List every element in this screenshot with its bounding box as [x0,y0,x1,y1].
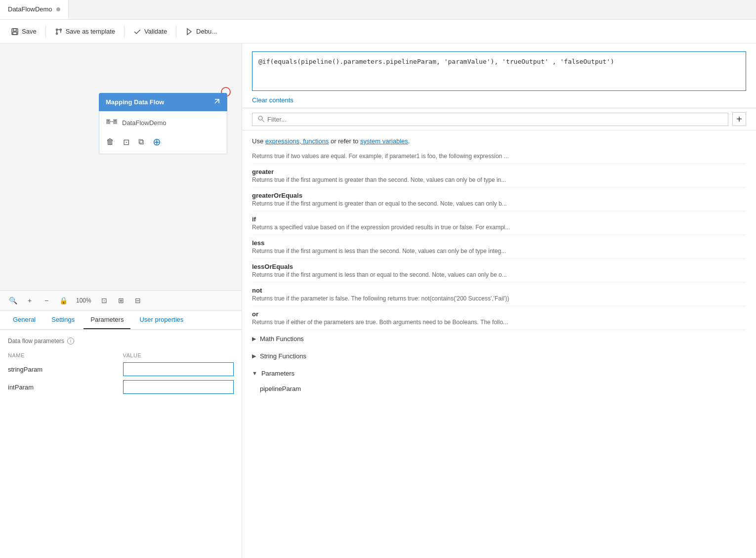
search-icon [257,115,264,124]
func-desc: Returns true if either of the parameters… [252,319,746,326]
func-name: less [252,239,746,247]
tab-user-properties[interactable]: User properties [132,311,190,329]
panel-tabs: General Settings Parameters User propert… [0,311,242,330]
math-functions-label: Math Functions [260,335,304,343]
fit-btn[interactable]: ⊡ [97,294,111,307]
func-name: greaterOrEquals [252,192,746,199]
func-name: if [252,215,746,223]
param-name-int: intParam [8,384,119,391]
mapping-dataflow-node[interactable]: Mapping Data Flow [99,93,227,154]
debug-icon [185,28,193,36]
clear-contents-button[interactable]: Clear contents [252,96,294,104]
system-variables-link[interactable]: system variables [360,137,408,145]
node-header: Mapping Data Flow [99,93,227,111]
table-header: NAME VALUE [8,350,234,360]
tab-general[interactable]: General [6,311,42,329]
main-content: Mapping Data Flow [0,43,756,558]
expression-editor: @if(equals(pipeline().parameters.pipelin… [242,43,756,108]
func-desc: Returns true if two values are equal. Fo… [252,153,746,160]
tab-dataflow-demo[interactable]: DataFlowDemo [0,0,69,19]
open-icon [213,98,220,105]
param-item-pipeline: pipelineParam [260,382,746,395]
svg-point-4 [60,29,61,30]
func-item: lessOrEquals Returns true if the first a… [252,259,746,283]
svg-point-12 [108,120,109,122]
left-panel: Mapping Data Flow [0,43,242,558]
node-body: DataFlowDemo 🗑 ⊡ ⧉ ⊕ [99,111,227,154]
expression-textarea[interactable]: @if(equals(pipeline().parameters.pipelin… [252,51,746,91]
collapse-btn[interactable]: ⊟ [131,294,145,307]
canvas-area[interactable]: Mapping Data Flow [0,43,242,290]
info-icon[interactable]: i [67,338,74,344]
validate-icon [133,28,141,36]
save-template-button[interactable]: Save as template [50,25,120,39]
flow-icon [106,117,117,126]
canvas-toolbar: 🔍 + − 🔒 100% ⊡ ⊞ ⊟ [0,290,242,311]
table-row: stringParam [8,362,234,376]
copy-icon[interactable]: ⊡ [123,137,129,147]
dataflow-icon [106,117,117,128]
filter-input[interactable] [267,116,723,123]
lock-btn[interactable]: 🔒 [56,294,70,307]
svg-point-3 [56,29,57,30]
filter-input-wrap [252,113,728,126]
parameters-section-content: pipelineParam [252,382,746,395]
func-item: greaterOrEquals Returns true if the firs… [252,188,746,212]
math-functions-header[interactable]: ▶ Math Functions [252,330,746,347]
expressions-functions-link[interactable]: expressions, functions [265,137,329,145]
save-button[interactable]: Save [6,25,42,39]
string-functions-header[interactable]: ▶ String Functions [252,347,746,365]
collapsed-arrow-string: ▶ [252,353,256,359]
func-name: greater [252,168,746,175]
expand-btn[interactable]: ⊞ [114,294,128,307]
func-item: if Returns a specified value based on if… [252,212,746,235]
func-desc: Returns true if the first argument is le… [252,248,746,255]
parameters-header[interactable]: ▼ Parameters [252,365,746,382]
separator [45,26,46,38]
separator3 [176,26,176,38]
func-desc: Returns true if the parameter is false. … [252,295,746,302]
external-link-icon[interactable] [213,98,220,106]
func-name: lessOrEquals [252,263,746,270]
save-template-icon [55,28,63,36]
svg-point-13 [115,120,116,122]
func-item: Returns true if two values are equal. Fo… [252,149,746,164]
tab-parameters[interactable]: Parameters [84,311,130,329]
param-name-string: stringParam [8,366,119,373]
tab-dot [56,7,60,11]
zoom-100-btn[interactable]: 100% [73,294,94,307]
save-icon [11,28,19,36]
param-value-int[interactable] [123,380,234,394]
params-table: NAME VALUE stringParam intParam [8,350,234,394]
func-name: not [252,287,746,294]
col-name-header: NAME [8,352,119,358]
svg-line-16 [262,120,264,122]
debug-button[interactable]: Debu... [180,25,222,39]
search-canvas-btn[interactable]: 🔍 [6,294,20,307]
func-name: or [252,310,746,318]
node-name-row: DataFlowDemo [106,117,220,128]
add-button[interactable]: + [732,112,746,126]
validate-button[interactable]: Validate [128,25,172,39]
expanded-arrow-params: ▼ [252,370,257,376]
func-desc: Returns true if the first argument is gr… [252,200,746,207]
add-output-icon[interactable]: ⊕ [153,136,161,148]
param-value-string[interactable] [123,362,234,376]
svg-marker-9 [187,29,191,35]
delete-icon[interactable]: 🗑 [106,137,114,146]
filter-bar: + [242,108,756,130]
zoom-out-btn[interactable]: − [40,294,53,307]
bottom-panel: General Settings Parameters User propert… [0,311,242,558]
func-item: not Returns true if the parameter is fal… [252,283,746,306]
string-functions-label: String Functions [260,352,306,360]
zoom-in-btn[interactable]: + [23,294,37,307]
duplicate-icon[interactable]: ⧉ [138,137,144,146]
func-desc: Returns true if the first argument is le… [252,271,746,278]
func-desc: Returns a specified value based on if th… [252,224,746,231]
func-item: or Returns true if either of the paramet… [252,306,746,330]
svg-rect-2 [13,32,17,35]
right-panel: @if(equals(pipeline().parameters.pipelin… [242,43,756,558]
collapsed-arrow-math: ▶ [252,336,256,342]
tab-settings[interactable]: Settings [44,311,82,329]
svg-point-5 [56,33,57,34]
